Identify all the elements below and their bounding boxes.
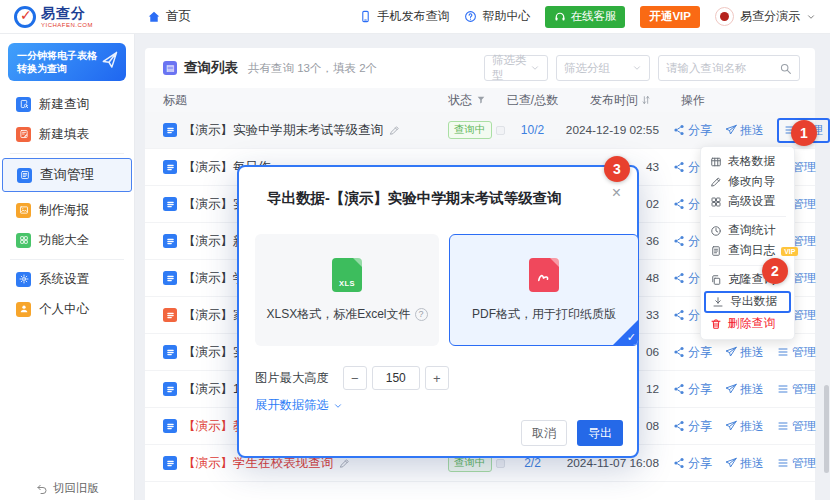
push-icon <box>725 346 737 358</box>
stepper-minus-button[interactable]: − <box>343 366 367 390</box>
help-circle-icon[interactable]: ? <box>415 308 428 321</box>
push-action[interactable]: 推送 <box>725 418 764 435</box>
poster-icon <box>19 205 29 215</box>
manage-action[interactable]: 管理 <box>777 344 816 361</box>
manage-action[interactable]: 管理 <box>777 455 816 472</box>
online-service-button[interactable]: 在线客服 <box>545 6 625 28</box>
image-height-label: 图片最大高度 <box>255 370 329 387</box>
features-icon <box>16 233 31 248</box>
sidebar-item-1[interactable]: 新建查询 <box>0 89 134 119</box>
row-count[interactable]: 10/2 <box>505 123 560 137</box>
nav-home[interactable]: 首页 <box>147 8 191 25</box>
manage-action-label: 管理 <box>792 455 816 472</box>
sidebar-item-5[interactable]: 功能大全 <box>0 225 134 255</box>
nav-help-center[interactable]: 帮助中心 <box>464 8 530 25</box>
share-action[interactable]: 分享 <box>673 418 712 435</box>
menu-item-export-data[interactable]: 导出数据 <box>704 291 791 313</box>
sidebar-item-6[interactable]: 系统设置 <box>0 264 134 294</box>
close-icon[interactable]: × <box>612 185 621 201</box>
share-action[interactable]: 分享 <box>673 455 712 472</box>
column-status-label: 状态 <box>448 92 472 109</box>
nav-mobile-publish[interactable]: 手机发布查询 <box>359 8 449 25</box>
table-row[interactable]: 【演示】实验中学期末考试等级查询查询中10/22024-12-19 02:55分… <box>145 112 815 149</box>
query-doc-icon <box>163 456 177 470</box>
export-data-modal: 导出数据-【演示】实验中学期末考试等级查询 × XLS XLSX格式，标准Exc… <box>237 165 639 458</box>
top-header: 易查分 YICHAFEN.COM 首页 手机发布查询 帮助中心 在线客服 开通V… <box>0 0 830 34</box>
brand-name: 易查分 <box>41 6 93 20</box>
menu-item-delete-query[interactable]: 删除查询 <box>701 314 794 334</box>
share-icon <box>673 272 685 284</box>
user-menu[interactable]: 易查分演示 <box>715 7 816 26</box>
headset-icon <box>554 11 566 23</box>
cancel-button[interactable]: 取消 <box>521 420 567 446</box>
switch-back-link[interactable]: 切回旧版 <box>0 481 135 496</box>
export-option-xlsx[interactable]: XLS XLSX格式，标准Excel文件 ? <box>255 234 439 346</box>
chevron-down-icon <box>530 63 540 73</box>
push-action[interactable]: 推送 <box>725 455 764 472</box>
sidebar-item-label: 功能大全 <box>39 232 89 249</box>
new-form-icon <box>16 127 31 142</box>
row-count[interactable]: 2/2 <box>505 456 560 470</box>
doclines <box>166 348 175 357</box>
poster-icon <box>16 203 31 218</box>
brand-logo-icon <box>14 6 36 28</box>
check-icon: ✓ <box>627 331 636 344</box>
edit-pencil-icon[interactable] <box>389 125 400 136</box>
brand-logo[interactable]: 易查分 YICHAFEN.COM <box>0 6 135 28</box>
manage-action[interactable]: 管理 <box>777 381 816 398</box>
filter-group-select[interactable]: 筛选分组 <box>556 55 650 81</box>
push-action[interactable]: 推送 <box>725 381 764 398</box>
user-name: 易查分演示 <box>740 8 800 25</box>
manage-action[interactable]: 管理 <box>777 418 816 435</box>
sidebar-item-label: 新建查询 <box>39 96 89 113</box>
sidebar-item-4[interactable]: 制作海报 <box>0 195 134 225</box>
expand-filters-link[interactable]: 展开数据筛选 <box>255 397 343 414</box>
menu-item-edit-wizard[interactable]: 修改向导 <box>701 172 794 192</box>
help-center-label: 帮助中心 <box>482 8 530 25</box>
search-input[interactable] <box>666 62 779 74</box>
push-action[interactable]: 推送 <box>725 344 764 361</box>
sidebar-item-2[interactable]: 新建填表 <box>0 119 134 149</box>
open-vip-button[interactable]: 开通VIP <box>640 6 700 28</box>
manage-action-label: 管理 <box>792 159 816 176</box>
export-option-pdf[interactable]: PDF格式，用于打印纸质版 ✓ <box>449 234 639 346</box>
menu-item-advanced-settings[interactable]: 高级设置 <box>701 192 794 212</box>
share-icon <box>673 161 685 173</box>
edit-pencil-icon[interactable] <box>339 458 350 469</box>
menu-item-query-stats[interactable]: 查询统计 <box>701 221 794 241</box>
share-action[interactable]: 分享 <box>673 344 712 361</box>
scrollbar-thumb[interactable] <box>824 385 829 473</box>
filter-funnel-icon[interactable] <box>476 95 486 105</box>
mobile-publish-label: 手机发布查询 <box>377 8 449 25</box>
query-doc-icon <box>163 345 177 359</box>
export-button[interactable]: 导出 <box>577 420 623 446</box>
modal-title: 导出数据-【演示】实验中学期末考试等级查询 <box>267 189 562 208</box>
list-title: 查询列表 <box>184 59 238 77</box>
sidebar-banner[interactable]: 一分钟将电子表格 转换为查询 <box>8 43 126 81</box>
pdf-ribbon-icon <box>534 267 553 286</box>
share-action[interactable]: 分享 <box>673 381 712 398</box>
stepper-plus-button[interactable]: + <box>425 366 449 390</box>
filter-type-select[interactable]: 筛选类型 <box>484 55 548 81</box>
push-action-label: 推送 <box>740 381 764 398</box>
menu-item-query-log[interactable]: 查询日志VIP <box>701 241 794 261</box>
expand-filters-label: 展开数据筛选 <box>255 397 329 414</box>
stepper-value[interactable]: 150 <box>372 366 420 390</box>
menu-item-table-data[interactable]: 表格数据 <box>701 152 794 172</box>
push-action[interactable]: 推送 <box>725 122 764 139</box>
row-publish-time: 2024-12-19 02:55 <box>560 123 665 137</box>
doclines <box>166 163 175 172</box>
sidebar-item-3[interactable]: 查询管理 <box>2 158 132 192</box>
search-icon[interactable] <box>779 62 792 75</box>
vip-badge: VIP <box>781 247 798 256</box>
doclines <box>166 385 175 394</box>
sidebar-item-7[interactable]: 个人中心 <box>0 294 134 324</box>
list-title-icon: ▤ <box>163 61 177 75</box>
sidebar-menu: 新建查询新建填表查询管理制作海报功能大全系统设置个人中心 <box>0 87 134 324</box>
row-title: 【演示】实验中学期末考试等级查询 <box>183 122 383 139</box>
share-action[interactable]: 分享 <box>673 122 712 139</box>
app-window: 易查分 YICHAFEN.COM 首页 手机发布查询 帮助中心 在线客服 开通V… <box>0 0 830 500</box>
sort-icon[interactable] <box>641 95 651 105</box>
query-doc-icon <box>163 197 177 211</box>
table-data-icon <box>710 156 722 168</box>
